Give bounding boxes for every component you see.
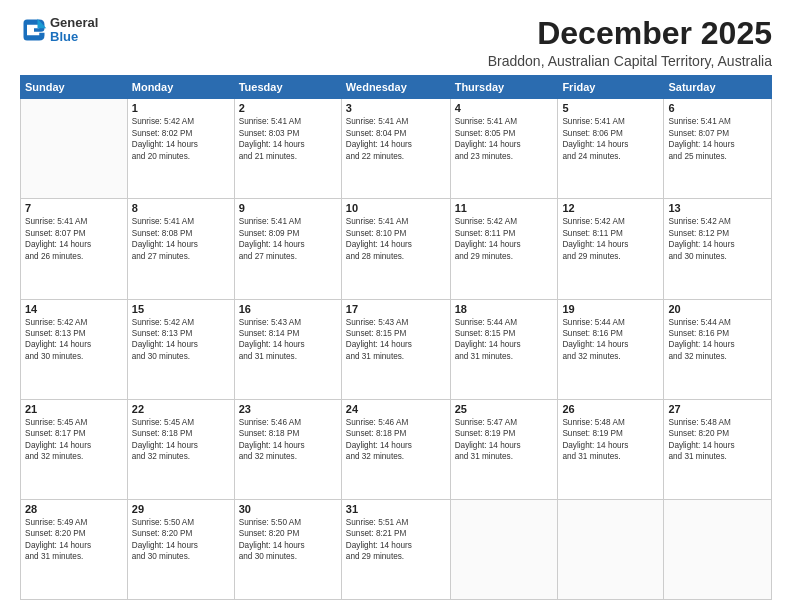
day-number: 13 — [668, 202, 767, 214]
main-title: December 2025 — [488, 16, 772, 51]
calendar-cell: 24Sunrise: 5:46 AM Sunset: 8:18 PM Dayli… — [341, 399, 450, 499]
day-info: Sunrise: 5:45 AM Sunset: 8:17 PM Dayligh… — [25, 417, 123, 463]
week-row-3: 21Sunrise: 5:45 AM Sunset: 8:17 PM Dayli… — [21, 399, 772, 499]
day-info: Sunrise: 5:43 AM Sunset: 8:15 PM Dayligh… — [346, 317, 446, 363]
calendar-cell: 18Sunrise: 5:44 AM Sunset: 8:15 PM Dayli… — [450, 299, 558, 399]
subtitle: Braddon, Australian Capital Territory, A… — [488, 53, 772, 69]
week-row-4: 28Sunrise: 5:49 AM Sunset: 8:20 PM Dayli… — [21, 499, 772, 599]
calendar-cell: 20Sunrise: 5:44 AM Sunset: 8:16 PM Dayli… — [664, 299, 772, 399]
calendar-cell: 3Sunrise: 5:41 AM Sunset: 8:04 PM Daylig… — [341, 99, 450, 199]
week-row-1: 7Sunrise: 5:41 AM Sunset: 8:07 PM Daylig… — [21, 199, 772, 299]
day-number: 19 — [562, 303, 659, 315]
calendar-cell: 14Sunrise: 5:42 AM Sunset: 8:13 PM Dayli… — [21, 299, 128, 399]
day-number: 8 — [132, 202, 230, 214]
day-number: 30 — [239, 503, 337, 515]
col-header-friday: Friday — [558, 76, 664, 99]
day-number: 12 — [562, 202, 659, 214]
day-number: 14 — [25, 303, 123, 315]
calendar-cell: 29Sunrise: 5:50 AM Sunset: 8:20 PM Dayli… — [127, 499, 234, 599]
day-number: 21 — [25, 403, 123, 415]
day-number: 31 — [346, 503, 446, 515]
day-number: 29 — [132, 503, 230, 515]
day-info: Sunrise: 5:42 AM Sunset: 8:11 PM Dayligh… — [455, 216, 554, 262]
day-number: 25 — [455, 403, 554, 415]
calendar-cell: 27Sunrise: 5:48 AM Sunset: 8:20 PM Dayli… — [664, 399, 772, 499]
day-info: Sunrise: 5:51 AM Sunset: 8:21 PM Dayligh… — [346, 517, 446, 563]
day-info: Sunrise: 5:43 AM Sunset: 8:14 PM Dayligh… — [239, 317, 337, 363]
calendar-cell — [450, 499, 558, 599]
week-row-0: 1Sunrise: 5:42 AM Sunset: 8:02 PM Daylig… — [21, 99, 772, 199]
day-info: Sunrise: 5:45 AM Sunset: 8:18 PM Dayligh… — [132, 417, 230, 463]
header: General Blue December 2025 Braddon, Aust… — [20, 16, 772, 69]
calendar-cell: 8Sunrise: 5:41 AM Sunset: 8:08 PM Daylig… — [127, 199, 234, 299]
day-info: Sunrise: 5:41 AM Sunset: 8:10 PM Dayligh… — [346, 216, 446, 262]
day-number: 5 — [562, 102, 659, 114]
day-info: Sunrise: 5:42 AM Sunset: 8:12 PM Dayligh… — [668, 216, 767, 262]
day-number: 15 — [132, 303, 230, 315]
day-info: Sunrise: 5:42 AM Sunset: 8:13 PM Dayligh… — [25, 317, 123, 363]
day-info: Sunrise: 5:44 AM Sunset: 8:15 PM Dayligh… — [455, 317, 554, 363]
page: General Blue December 2025 Braddon, Aust… — [0, 0, 792, 612]
calendar-cell — [21, 99, 128, 199]
calendar-cell: 9Sunrise: 5:41 AM Sunset: 8:09 PM Daylig… — [234, 199, 341, 299]
day-number: 20 — [668, 303, 767, 315]
col-header-monday: Monday — [127, 76, 234, 99]
logo-line2: Blue — [50, 30, 98, 44]
calendar-cell: 1Sunrise: 5:42 AM Sunset: 8:02 PM Daylig… — [127, 99, 234, 199]
day-info: Sunrise: 5:41 AM Sunset: 8:07 PM Dayligh… — [668, 116, 767, 162]
logo: General Blue — [20, 16, 98, 45]
col-header-saturday: Saturday — [664, 76, 772, 99]
day-info: Sunrise: 5:42 AM Sunset: 8:11 PM Dayligh… — [562, 216, 659, 262]
day-number: 2 — [239, 102, 337, 114]
day-number: 23 — [239, 403, 337, 415]
day-info: Sunrise: 5:46 AM Sunset: 8:18 PM Dayligh… — [346, 417, 446, 463]
title-block: December 2025 Braddon, Australian Capita… — [488, 16, 772, 69]
calendar-cell: 12Sunrise: 5:42 AM Sunset: 8:11 PM Dayli… — [558, 199, 664, 299]
calendar-cell: 16Sunrise: 5:43 AM Sunset: 8:14 PM Dayli… — [234, 299, 341, 399]
day-info: Sunrise: 5:44 AM Sunset: 8:16 PM Dayligh… — [668, 317, 767, 363]
calendar-cell: 17Sunrise: 5:43 AM Sunset: 8:15 PM Dayli… — [341, 299, 450, 399]
calendar-cell: 6Sunrise: 5:41 AM Sunset: 8:07 PM Daylig… — [664, 99, 772, 199]
col-header-sunday: Sunday — [21, 76, 128, 99]
calendar-cell: 11Sunrise: 5:42 AM Sunset: 8:11 PM Dayli… — [450, 199, 558, 299]
day-info: Sunrise: 5:41 AM Sunset: 8:08 PM Dayligh… — [132, 216, 230, 262]
logo-line1: General — [50, 16, 98, 30]
col-header-wednesday: Wednesday — [341, 76, 450, 99]
calendar-cell: 23Sunrise: 5:46 AM Sunset: 8:18 PM Dayli… — [234, 399, 341, 499]
day-info: Sunrise: 5:42 AM Sunset: 8:13 PM Dayligh… — [132, 317, 230, 363]
week-row-2: 14Sunrise: 5:42 AM Sunset: 8:13 PM Dayli… — [21, 299, 772, 399]
day-number: 18 — [455, 303, 554, 315]
day-info: Sunrise: 5:41 AM Sunset: 8:03 PM Dayligh… — [239, 116, 337, 162]
col-header-tuesday: Tuesday — [234, 76, 341, 99]
day-info: Sunrise: 5:48 AM Sunset: 8:19 PM Dayligh… — [562, 417, 659, 463]
calendar-cell: 25Sunrise: 5:47 AM Sunset: 8:19 PM Dayli… — [450, 399, 558, 499]
day-number: 9 — [239, 202, 337, 214]
day-info: Sunrise: 5:47 AM Sunset: 8:19 PM Dayligh… — [455, 417, 554, 463]
day-number: 24 — [346, 403, 446, 415]
day-number: 17 — [346, 303, 446, 315]
calendar-cell — [664, 499, 772, 599]
calendar-cell: 28Sunrise: 5:49 AM Sunset: 8:20 PM Dayli… — [21, 499, 128, 599]
day-number: 1 — [132, 102, 230, 114]
logo-text: General Blue — [50, 16, 98, 45]
calendar-cell: 10Sunrise: 5:41 AM Sunset: 8:10 PM Dayli… — [341, 199, 450, 299]
day-info: Sunrise: 5:41 AM Sunset: 8:06 PM Dayligh… — [562, 116, 659, 162]
day-number: 6 — [668, 102, 767, 114]
calendar-cell — [558, 499, 664, 599]
day-info: Sunrise: 5:44 AM Sunset: 8:16 PM Dayligh… — [562, 317, 659, 363]
day-info: Sunrise: 5:41 AM Sunset: 8:09 PM Dayligh… — [239, 216, 337, 262]
day-number: 10 — [346, 202, 446, 214]
day-number: 4 — [455, 102, 554, 114]
col-header-thursday: Thursday — [450, 76, 558, 99]
day-info: Sunrise: 5:46 AM Sunset: 8:18 PM Dayligh… — [239, 417, 337, 463]
calendar-cell: 19Sunrise: 5:44 AM Sunset: 8:16 PM Dayli… — [558, 299, 664, 399]
day-number: 16 — [239, 303, 337, 315]
day-number: 28 — [25, 503, 123, 515]
calendar-cell: 7Sunrise: 5:41 AM Sunset: 8:07 PM Daylig… — [21, 199, 128, 299]
day-number: 3 — [346, 102, 446, 114]
day-info: Sunrise: 5:50 AM Sunset: 8:20 PM Dayligh… — [239, 517, 337, 563]
day-number: 11 — [455, 202, 554, 214]
calendar-cell: 4Sunrise: 5:41 AM Sunset: 8:05 PM Daylig… — [450, 99, 558, 199]
day-info: Sunrise: 5:50 AM Sunset: 8:20 PM Dayligh… — [132, 517, 230, 563]
day-info: Sunrise: 5:42 AM Sunset: 8:02 PM Dayligh… — [132, 116, 230, 162]
